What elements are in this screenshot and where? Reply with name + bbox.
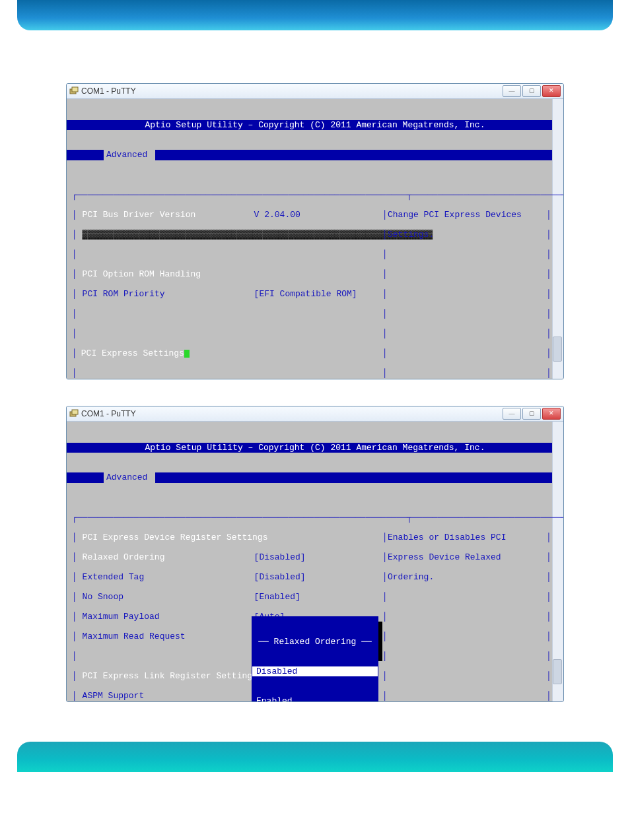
putty-window-1: COM1 - PuTTY — ▢ ✕ Aptio Setup Utility –… (66, 83, 564, 379)
putty-icon (69, 86, 79, 96)
window-title: COM1 - PuTTY (81, 86, 136, 96)
label-pci-rom-priority[interactable]: PCI ROM Priority (83, 289, 254, 299)
item-max-payload[interactable]: Maximum Payload (83, 612, 254, 622)
titlebar-2[interactable]: COM1 - PuTTY — ▢ ✕ (67, 406, 563, 422)
popup-option-disabled[interactable]: Disabled (252, 666, 378, 676)
value-extended-tag[interactable]: [Disabled] (254, 572, 306, 582)
popup-option-enabled[interactable]: Enabled (252, 696, 378, 702)
value-pci-bus-driver: V 2.04.00 (254, 210, 300, 220)
value-pci-rom-priority[interactable]: [EFI Compatible ROM] (254, 289, 357, 299)
blockbar: ▓▓▓▓▓▓▓▓▓▓▓▓▓▓▓▓▓▓▓▓▓▓▓▓▓▓▓▓▓▓▓▓▓▓▓▓▓▓▓▓… (83, 230, 433, 240)
help2-2: Express Device Relaxed (388, 552, 501, 562)
bios-header: Aptio Setup Utility – Copyright (C) 2011… (67, 120, 563, 130)
label-pci-option-rom: PCI Option ROM Handling (83, 269, 254, 279)
item-relaxed-ordering[interactable]: Relaxed Ordering (83, 552, 254, 562)
tab-advanced-2[interactable]: Advanced (104, 472, 155, 483)
section-device-register: PCI Express Device Register Settings (83, 533, 268, 542)
item-no-snoop[interactable]: No Snoop (83, 592, 254, 602)
help2-1: Enables or Disables PCI (388, 533, 506, 542)
putty-window-2: COM1 - PuTTY — ▢ ✕ Aptio Setup Utility –… (66, 406, 564, 702)
maximize-button[interactable]: ▢ (522, 408, 541, 420)
tab-row: Advanced (67, 150, 563, 160)
putty-icon (69, 409, 79, 418)
page-header-band (17, 0, 613, 30)
maximize-button[interactable]: ▢ (522, 85, 541, 97)
popup-relaxed-ordering: ── Relaxed Ordering ── Disabled Enabled … (252, 616, 378, 702)
page-footer-band (17, 742, 613, 772)
minimize-button[interactable]: — (503, 85, 521, 97)
popup-title: ── Relaxed Ordering ── (252, 637, 378, 647)
tab-row-2: Advanced (67, 472, 563, 483)
help-line-2: Settings. (388, 230, 434, 240)
label-pci-bus-driver: PCI Bus Driver Version (83, 210, 254, 220)
minimize-button[interactable]: — (503, 408, 521, 420)
item-extended-tag[interactable]: Extended Tag (83, 572, 254, 582)
tab-advanced[interactable]: Advanced (104, 150, 155, 160)
value-no-snoop[interactable]: [Enabled] (254, 592, 300, 602)
item-max-read-request[interactable]: Maximum Read Request (83, 631, 254, 641)
item-pci-express-settings[interactable]: │ PCI Express Settings││ (72, 348, 551, 358)
value-relaxed-ordering[interactable]: [Disabled] (254, 552, 306, 562)
titlebar[interactable]: COM1 - PuTTY — ▢ ✕ (67, 84, 563, 99)
cursor-icon (184, 350, 190, 358)
section-link-register: PCI Express Link Register Settings (83, 671, 258, 681)
close-button[interactable]: ✕ (542, 85, 561, 97)
svg-rect-3 (72, 410, 78, 414)
close-button[interactable]: ✕ (542, 408, 561, 420)
bios-header-2: Aptio Setup Utility – Copyright (C) 2011… (67, 443, 563, 453)
item-aspm[interactable]: ASPM Support (83, 691, 254, 701)
svg-rect-1 (72, 87, 78, 92)
help-line-1: Change PCI Express Devices (388, 210, 522, 220)
help2-3: Ordering. (388, 572, 434, 582)
window-title-2: COM1 - PuTTY (81, 409, 136, 418)
